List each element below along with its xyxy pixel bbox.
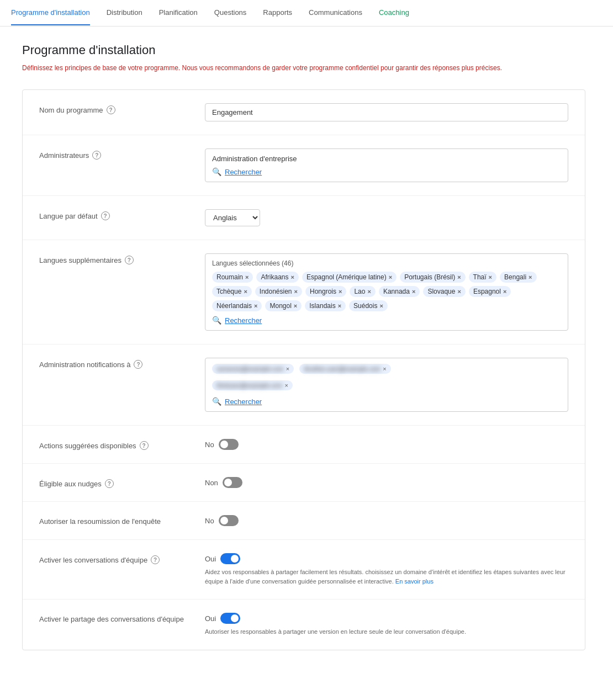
close-icon-notif3[interactable]: × bbox=[284, 382, 288, 389]
form-value-conversations: Oui Aidez vos responsables à partager fa… bbox=[205, 553, 568, 586]
tags-area: Roumain×Afrikaans×Espagnol (Amérique lat… bbox=[212, 272, 561, 311]
search-icon-lang: 🔍 bbox=[212, 316, 221, 325]
lang-tag: Néerlandais× bbox=[212, 300, 262, 311]
remove-lang-tag[interactable]: × bbox=[379, 303, 383, 309]
conversations-toggle[interactable] bbox=[220, 553, 240, 564]
remove-lang-tag[interactable]: × bbox=[367, 288, 371, 295]
actions-slider bbox=[219, 439, 239, 450]
form-row-langue: Langue par défaut ? Anglais bbox=[23, 196, 585, 240]
help-icon-nudges[interactable]: ? bbox=[105, 479, 114, 488]
form-value-admin: Administration d'entreprise 🔍 Rechercher bbox=[205, 149, 568, 182]
notif-chip-3: thirduser@example.com × bbox=[212, 380, 293, 390]
remove-lang-tag[interactable]: × bbox=[489, 274, 492, 280]
nudges-toggle[interactable] bbox=[223, 477, 242, 488]
form-label-partage: Activer le partage des conversations d'é… bbox=[39, 613, 194, 623]
remove-lang-tag[interactable]: × bbox=[245, 274, 249, 280]
admin-tag: Administration d'entreprise bbox=[212, 155, 561, 163]
notif-search-row[interactable]: 🔍 Rechercher bbox=[212, 397, 561, 406]
lang-tag: Indonésien× bbox=[255, 286, 302, 297]
form-label-langue: Langue par défaut ? bbox=[39, 209, 194, 220]
form-value-actions: No bbox=[205, 439, 568, 450]
remove-lang-tag[interactable]: × bbox=[503, 288, 506, 295]
remove-lang-tag[interactable]: × bbox=[294, 303, 297, 309]
help-icon-langues[interactable]: ? bbox=[125, 256, 134, 264]
form-row-langues-supp: Langues supplémentaires ? Langues sélect… bbox=[23, 240, 585, 344]
help-icon-conversations[interactable]: ? bbox=[151, 555, 160, 564]
remove-lang-tag[interactable]: × bbox=[254, 303, 257, 309]
remove-lang-tag[interactable]: × bbox=[389, 274, 392, 280]
remove-lang-tag[interactable]: × bbox=[291, 274, 294, 280]
nav-item-coaching[interactable]: Coaching bbox=[379, 1, 409, 25]
form-label-conversations: Activer les conversations d'équipe ? bbox=[39, 553, 194, 564]
lang-tag: Roumain× bbox=[212, 272, 253, 283]
notif-box: someone@example.com × Another.user@examp… bbox=[205, 358, 568, 412]
nav-item-communications[interactable]: Communications bbox=[309, 1, 362, 25]
partage-toggle-wrapper: Oui bbox=[205, 613, 568, 624]
lang-tag: Mongol× bbox=[265, 300, 302, 311]
nav-item-rapports[interactable]: Rapports bbox=[263, 1, 292, 25]
form-label-langues-supp: Langues supplémentaires ? bbox=[39, 253, 194, 264]
langue-select[interactable]: Anglais bbox=[205, 209, 260, 226]
close-icon-notif2[interactable]: × bbox=[383, 365, 386, 372]
lang-tag: Tchèque× bbox=[212, 286, 252, 297]
nav-item-programme[interactable]: Programme d'installation bbox=[11, 1, 90, 25]
form-value-nom bbox=[205, 103, 568, 121]
nom-input[interactable] bbox=[205, 103, 568, 121]
nav-item-questions[interactable]: Questions bbox=[214, 1, 247, 25]
form-value-notif: someone@example.com × Another.user@examp… bbox=[205, 358, 568, 412]
partage-toggle[interactable] bbox=[220, 613, 240, 624]
remove-lang-tag[interactable]: × bbox=[294, 288, 298, 295]
nav-item-distribution[interactable]: Distribution bbox=[107, 1, 142, 25]
lang-tag: Bengali× bbox=[500, 272, 536, 283]
help-icon-nom[interactable]: ? bbox=[107, 105, 115, 114]
remove-lang-tag[interactable]: × bbox=[457, 274, 461, 280]
admin-search-link[interactable]: Rechercher bbox=[225, 168, 262, 176]
resoumission-toggle[interactable] bbox=[219, 515, 239, 526]
conversations-info: Aidez vos responsables à partager facile… bbox=[205, 568, 568, 586]
remove-lang-tag[interactable]: × bbox=[529, 274, 532, 280]
nav-item-planification[interactable]: Planification bbox=[159, 1, 198, 25]
lang-tag: Afrikaans× bbox=[256, 272, 298, 283]
remove-lang-tag[interactable]: × bbox=[412, 288, 415, 295]
actions-toggle[interactable] bbox=[219, 439, 239, 450]
form-label-actions: Actions suggérées disponibles ? bbox=[39, 439, 194, 450]
conversations-toggle-text: Oui bbox=[205, 555, 216, 563]
lang-search-row[interactable]: 🔍 Rechercher bbox=[212, 316, 561, 325]
help-icon-actions[interactable]: ? bbox=[140, 441, 149, 450]
form-row-resoumission: Autoriser la resoumission de l'enquête N… bbox=[23, 502, 585, 540]
remove-lang-tag[interactable]: × bbox=[339, 288, 342, 295]
form-label-notif: Administration notifications à ? bbox=[39, 358, 194, 369]
lang-tag: Islandais× bbox=[305, 300, 346, 311]
nudges-slider bbox=[223, 477, 242, 488]
help-icon-admin[interactable]: ? bbox=[92, 151, 101, 160]
notif-search-link[interactable]: Rechercher bbox=[225, 397, 262, 406]
close-icon-notif1[interactable]: × bbox=[286, 365, 289, 372]
form-row-conversations: Activer les conversations d'équipe ? Oui… bbox=[23, 540, 585, 600]
admin-search-row[interactable]: 🔍 Rechercher bbox=[212, 167, 561, 176]
form-row-admin: Administrateurs ? Administration d'entre… bbox=[23, 135, 585, 196]
lang-search-link[interactable]: Rechercher bbox=[225, 316, 262, 325]
remove-lang-tag[interactable]: × bbox=[338, 303, 341, 309]
learn-more-conversations[interactable]: En savoir plus bbox=[395, 578, 434, 585]
help-icon-notif[interactable]: ? bbox=[134, 360, 142, 369]
lang-tag: Portugais (Brésil)× bbox=[400, 272, 465, 283]
lang-tag: Espagnol (Amérique latine)× bbox=[302, 272, 397, 283]
lang-tag: Suédois× bbox=[349, 300, 388, 311]
lang-tag: Slovaque× bbox=[423, 286, 465, 297]
form-label-resoumission: Autoriser la resoumission de l'enquête bbox=[39, 515, 194, 526]
form-value-partage: Oui Autoriser les responsables à partage… bbox=[205, 613, 568, 637]
remove-lang-tag[interactable]: × bbox=[457, 288, 461, 295]
lang-count: Langues sélectionnées (46) bbox=[212, 259, 561, 267]
partage-toggle-text: Oui bbox=[205, 614, 216, 623]
lang-tags-box: Langues sélectionnées (46) Roumain×Afrik… bbox=[205, 253, 568, 331]
actions-toggle-wrapper: No bbox=[205, 439, 568, 450]
form-row-notif: Administration notifications à ? someone… bbox=[23, 344, 585, 426]
form-value-langue: Anglais bbox=[205, 209, 568, 226]
page-title: Programme d'installation bbox=[22, 43, 585, 57]
resoumission-slider bbox=[219, 515, 239, 526]
resoumission-toggle-text: No bbox=[205, 517, 214, 525]
search-icon-notif: 🔍 bbox=[212, 397, 221, 406]
lang-tag: Espagnol× bbox=[469, 286, 511, 297]
help-icon-langue[interactable]: ? bbox=[101, 211, 110, 220]
remove-lang-tag[interactable]: × bbox=[244, 288, 247, 295]
